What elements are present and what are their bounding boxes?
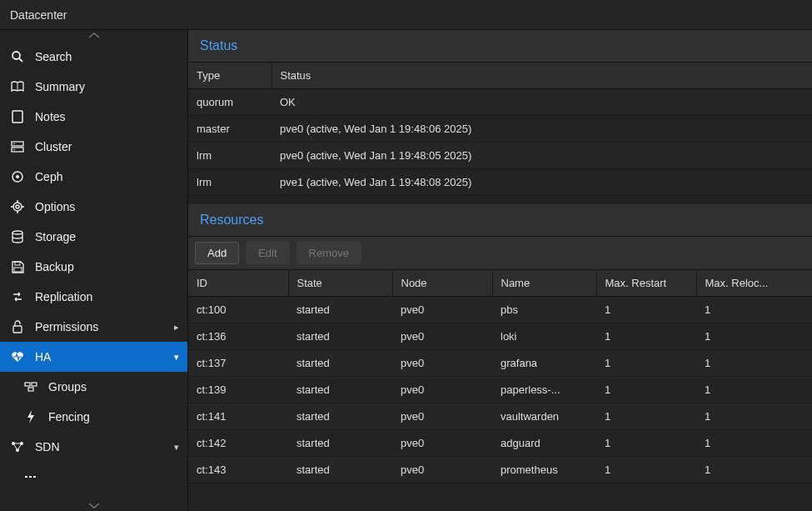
cell-restart: 1 (596, 297, 696, 323)
cell-id: ct:137 (188, 350, 288, 377)
resource-row[interactable]: ct:136startedpve0loki11 (188, 323, 812, 350)
resource-row[interactable]: ct:137startedpve0grafana11 (188, 350, 812, 377)
server-icon (10, 139, 25, 154)
svg-rect-5 (12, 148, 23, 152)
cell-node: pve0 (392, 350, 492, 377)
cell-node: pve0 (392, 403, 492, 430)
sidebar-item-label: Summary (35, 80, 85, 93)
cell-id: ct:136 (188, 323, 288, 350)
cell-state: started (288, 403, 392, 430)
resource-row[interactable]: ct:142startedpve0adguard11 (188, 430, 812, 457)
col-name[interactable]: Name (492, 270, 596, 297)
sidebar-item-ha[interactable]: HA ▾ (0, 342, 187, 372)
remove-button[interactable]: Remove (296, 242, 361, 264)
cell-type: master (188, 116, 271, 143)
sidebar-item-backup[interactable]: Backup (0, 252, 187, 282)
sidebar-item-cluster[interactable]: Cluster (0, 132, 187, 162)
cell-reloc: 1 (696, 430, 812, 457)
sidebar-item-groups[interactable]: Groups (0, 372, 187, 402)
col-state[interactable]: State (288, 270, 392, 297)
sidebar-item-ceph[interactable]: Ceph (0, 162, 187, 192)
sidebar-item-options[interactable]: Options (0, 192, 187, 222)
replication-icon (10, 289, 25, 304)
cell-type: lrm (188, 169, 271, 196)
heartbeat-icon (10, 349, 25, 364)
cell-name: loki (492, 323, 596, 350)
chevron-down-icon (87, 502, 101, 508)
svg-point-6 (13, 143, 15, 145)
chevron-down-icon: ▾ (174, 442, 179, 453)
status-row[interactable]: lrmpve0 (active, Wed Jan 1 19:48:05 2025… (188, 143, 812, 169)
cell-state: started (288, 457, 392, 483)
ceph-icon (10, 169, 25, 184)
cell-state: started (288, 323, 392, 350)
col-type[interactable]: Type (188, 63, 271, 89)
note-icon (10, 109, 25, 124)
cell-restart: 1 (596, 350, 696, 377)
sidebar-item-permissions[interactable]: Permissions ▸ (0, 312, 187, 342)
cell-status: pve0 (active, Wed Jan 1 19:48:05 2025) (271, 143, 812, 169)
cell-reloc: 1 (696, 457, 812, 483)
status-row[interactable]: quorumOK (188, 89, 812, 116)
main-content: Status Type Status quorumOKmasterpve0 (a… (188, 30, 812, 511)
cell-node: pve0 (392, 457, 492, 483)
sidebar-item-sdn[interactable]: SDN ▾ (0, 432, 187, 462)
chevron-up-icon (87, 33, 101, 39)
sidebar-item-label: SDN (35, 440, 60, 453)
cell-reloc: 1 (696, 403, 812, 430)
status-row[interactable]: lrmpve1 (active, Wed Jan 1 19:48:08 2025… (188, 169, 812, 196)
svg-point-11 (16, 205, 19, 208)
sidebar: Search Summary Notes Cluster Ceph Option… (0, 30, 188, 511)
cell-node: pve0 (392, 430, 492, 457)
cell-name: adguard (492, 430, 596, 457)
resource-row[interactable]: ct:100startedpve0pbs11 (188, 297, 812, 323)
sidebar-item-summary[interactable]: Summary (0, 72, 187, 102)
cell-name: pbs (492, 297, 596, 323)
svg-rect-26 (25, 476, 27, 478)
sidebar-item-label: Cluster (35, 140, 72, 153)
col-id[interactable]: ID (188, 270, 288, 297)
cell-reloc: 1 (696, 377, 812, 403)
status-row[interactable]: masterpve0 (active, Wed Jan 1 19:48:06 2… (188, 116, 812, 143)
cell-node: pve0 (392, 323, 492, 350)
resource-row[interactable]: ct:141startedpve0vaultwarden11 (188, 403, 812, 430)
col-status[interactable]: Status (271, 63, 812, 89)
gear-icon (10, 199, 25, 214)
svg-rect-21 (32, 383, 37, 386)
cell-restart: 1 (596, 457, 696, 483)
resources-toolbar: Add Edit Remove (188, 237, 812, 270)
sidebar-item-search[interactable]: Search (0, 42, 187, 72)
sidebar-item-label: Search (35, 50, 72, 63)
cell-id: ct:142 (188, 430, 288, 457)
title-bar: Datacenter (0, 0, 812, 30)
cell-type: lrm (188, 143, 271, 169)
svg-rect-19 (13, 326, 22, 333)
resources-heading: Resources (188, 204, 812, 237)
sidebar-item-label: Permissions (35, 320, 98, 333)
database-icon (10, 229, 25, 244)
sidebar-item-notes[interactable]: Notes (0, 102, 187, 132)
cell-reloc: 1 (696, 297, 812, 323)
resources-table: ID State Node Name Max. Restart Max. Rel… (188, 270, 812, 483)
sidebar-item-more[interactable] (0, 462, 187, 492)
cell-restart: 1 (596, 403, 696, 430)
collapse-down-button[interactable] (0, 499, 187, 511)
svg-rect-27 (29, 476, 32, 478)
cell-name: prometheus (492, 457, 596, 483)
cell-name: paperless-... (492, 377, 596, 403)
resource-row[interactable]: ct:139startedpve0paperless-...11 (188, 377, 812, 403)
add-button[interactable]: Add (195, 242, 239, 264)
bolt-icon (23, 409, 38, 424)
cell-node: pve0 (392, 297, 492, 323)
cell-restart: 1 (596, 430, 696, 457)
resource-row[interactable]: ct:143startedpve0prometheus11 (188, 457, 812, 483)
col-node[interactable]: Node (392, 270, 492, 297)
col-max-reloc[interactable]: Max. Reloc... (696, 270, 812, 297)
sidebar-item-storage[interactable]: Storage (0, 222, 187, 252)
collapse-up-button[interactable] (0, 30, 187, 42)
svg-point-7 (13, 149, 15, 151)
sidebar-item-replication[interactable]: Replication (0, 282, 187, 312)
sidebar-item-fencing[interactable]: Fencing (0, 402, 187, 432)
col-max-restart[interactable]: Max. Restart (596, 270, 696, 297)
edit-button[interactable]: Edit (246, 242, 289, 264)
